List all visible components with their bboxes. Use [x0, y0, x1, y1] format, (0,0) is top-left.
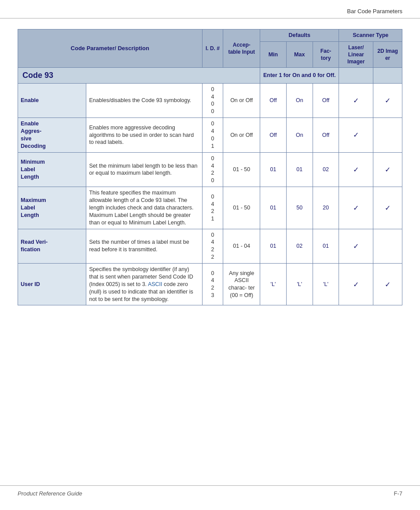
- page-header: Bar Code Parameters: [0, 0, 420, 18]
- max-label-laser: ✓: [339, 187, 373, 229]
- max-label-input: 01 - 50: [223, 187, 260, 229]
- min-label-2d: ✓: [373, 152, 402, 187]
- col-header-input: Accep- table Input: [223, 29, 260, 68]
- min-label-id: 0 4 2 0: [202, 152, 223, 187]
- aggressive-2d: [373, 118, 402, 153]
- read-verif-param-name: Read Veri- fication: [18, 229, 86, 264]
- max-label-2d: ✓: [373, 187, 402, 229]
- enable-param-name: Enable: [18, 83, 86, 118]
- table-row: Read Veri- fication Sets the number of t…: [18, 229, 402, 264]
- userid-min: 'L': [260, 264, 287, 305]
- min-label-factory: 02: [313, 152, 339, 187]
- enable-min: Off: [260, 83, 287, 118]
- min-label-max: 01: [286, 152, 313, 187]
- footer-right-text: F-7: [394, 490, 403, 497]
- footer-left-text: Product Reference Guide: [18, 490, 82, 497]
- parameters-table: Code Parameter/ Description I. D. # Acce…: [18, 29, 402, 305]
- aggressive-input: On or Off: [223, 118, 260, 153]
- col-header-laser: Laser/ Linear Imager: [339, 41, 373, 68]
- page-footer: Product Reference Guide F-7: [0, 485, 420, 497]
- code93-laser-cell: [339, 68, 373, 83]
- col-header-2d: 2D Imag er: [373, 41, 402, 68]
- table-row: Maximum Label Length This feature specif…: [18, 187, 402, 229]
- userid-param-desc: Specifies the symbology identifier (if a…: [86, 264, 202, 305]
- aggressive-laser: ✓: [339, 118, 373, 153]
- read-verif-2d: [373, 229, 402, 264]
- code93-label: Code 93: [18, 68, 260, 83]
- aggressive-min: Off: [260, 118, 287, 153]
- max-label-id: 0 4 2 1: [202, 187, 223, 229]
- read-verif-factory: 01: [313, 229, 339, 264]
- min-label-input: 01 - 50: [223, 152, 260, 187]
- col-header-scanner-type: Scanner Type: [339, 29, 402, 42]
- header-row-1: Code Parameter/ Description I. D. # Acce…: [18, 29, 402, 42]
- min-label-param-desc: Set the minimum label length to be less …: [86, 152, 202, 187]
- enable-factory: Off: [313, 83, 339, 118]
- enable-param-desc: Enables/disables the Code 93 symbology.: [86, 83, 202, 118]
- read-verif-param-desc: Sets the number of times a label must be…: [86, 229, 202, 264]
- aggressive-id: 0 4 0 1: [202, 118, 223, 153]
- min-label-min: 01: [260, 152, 287, 187]
- table-row: User ID Specifies the symbology identifi…: [18, 264, 402, 305]
- userid-id: 0 4 2 3: [202, 264, 223, 305]
- userid-input: Any single ASCII charac- ter (00 = Off): [223, 264, 260, 305]
- ascii-link: ASCII: [148, 281, 162, 287]
- table-row: Enable Enables/disables the Code 93 symb…: [18, 83, 402, 118]
- code93-note: Enter 1 for On and 0 for Off.: [260, 68, 339, 83]
- userid-param-name: User ID: [18, 264, 86, 305]
- aggressive-param-desc: Enables more aggressive decoding algorit…: [86, 118, 202, 153]
- col-header-max: Max: [286, 41, 313, 68]
- min-label-param-name: Minimum Label Length: [18, 152, 86, 187]
- max-label-param-name: Maximum Label Length: [18, 187, 86, 229]
- col-header-defaults: Defaults: [260, 29, 339, 42]
- max-label-min: 01: [260, 187, 287, 229]
- max-label-factory: 20: [313, 187, 339, 229]
- enable-id: 0 4 0 0: [202, 83, 223, 118]
- read-verif-input: 01 - 04: [223, 229, 260, 264]
- col-header-factory: Fac- tory: [313, 41, 339, 68]
- col-header-id: I. D. #: [202, 29, 223, 68]
- code93-2d-cell: [373, 68, 402, 83]
- col-header-param-desc: Code Parameter/ Description: [18, 29, 203, 68]
- aggressive-max: On: [286, 118, 313, 153]
- page-content: Code Parameter/ Description I. D. # Acce…: [0, 18, 420, 305]
- enable-input: On or Off: [223, 83, 260, 118]
- table-row: Enable Aggres- sive Decoding Enables mor…: [18, 118, 402, 153]
- userid-max: 'L': [286, 264, 313, 305]
- max-label-param-desc: This feature specifies the maximum allow…: [86, 187, 202, 229]
- read-verif-id: 0 4 2 2: [202, 229, 223, 264]
- userid-2d: ✓: [373, 264, 402, 305]
- userid-laser: ✓: [339, 264, 373, 305]
- min-label-laser: ✓: [339, 152, 373, 187]
- read-verif-laser: ✓: [339, 229, 373, 264]
- code93-row: Code 93 Enter 1 for On and 0 for Off.: [18, 68, 402, 83]
- enable-max: On: [286, 83, 313, 118]
- read-verif-min: 01: [260, 229, 287, 264]
- enable-laser: ✓: [339, 83, 373, 118]
- table-row: Minimum Label Length Set the minimum lab…: [18, 152, 402, 187]
- read-verif-max: 02: [286, 229, 313, 264]
- header-title: Bar Code Parameters: [347, 8, 402, 15]
- aggressive-factory: Off: [313, 118, 339, 153]
- col-header-min: Min: [260, 41, 287, 68]
- aggressive-param-name: Enable Aggres- sive Decoding: [18, 118, 86, 153]
- enable-2d: ✓: [373, 83, 402, 118]
- userid-factory: 'L': [313, 264, 339, 305]
- max-label-max: 50: [286, 187, 313, 229]
